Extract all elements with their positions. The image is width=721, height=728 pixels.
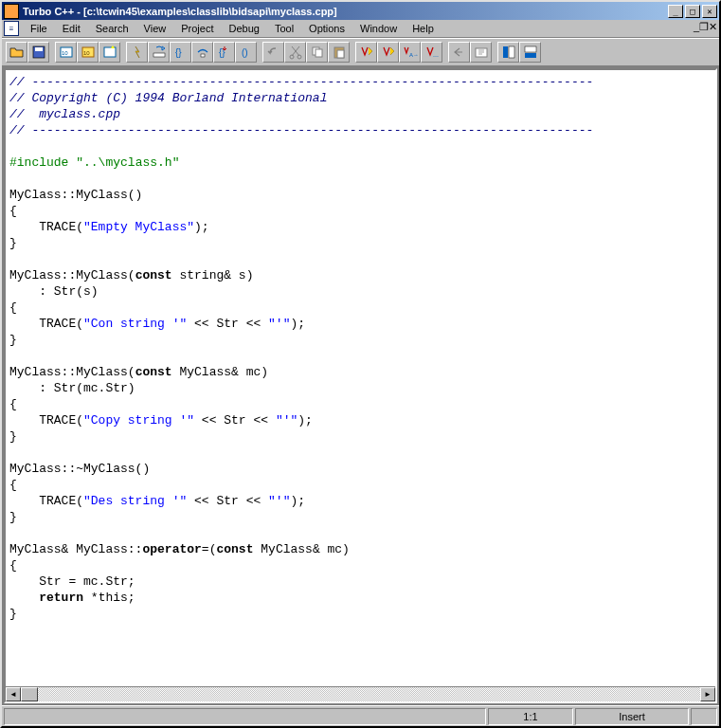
cut-button[interactable] — [284, 42, 306, 63]
menu-window[interactable]: Window — [352, 21, 405, 36]
menu-search[interactable]: Search — [88, 21, 136, 36]
open-button[interactable] — [6, 42, 27, 63]
string-literal: "Des string '" — [83, 494, 187, 508]
menu-debug[interactable]: Debug — [221, 21, 266, 36]
keyword: return — [39, 591, 83, 605]
status-extra — [691, 708, 717, 725]
code-line — [9, 591, 39, 605]
string-literal: "'" — [268, 317, 290, 331]
string-literal: "Copy string '" — [83, 413, 194, 428]
doc-restore-button[interactable]: ❐ — [699, 21, 709, 36]
include-path: "..\myclass.h" — [76, 155, 179, 170]
code-line: ); — [290, 494, 305, 508]
code-line: MyClass::MyClass( — [9, 365, 135, 379]
code-line: : Str(mc.Str) — [9, 381, 135, 395]
brace: { — [9, 558, 17, 573]
message-window-button[interactable] — [519, 42, 541, 63]
find-next-button[interactable] — [377, 42, 399, 63]
run-button[interactable] — [126, 42, 148, 63]
code-text[interactable]: // -------------------------------------… — [6, 70, 715, 686]
brace: { — [9, 478, 17, 492]
minimize-button[interactable]: _ — [668, 5, 683, 18]
find-button[interactable] — [355, 42, 377, 63]
string-literal: "Con string '" — [83, 317, 187, 331]
code-line: MyClass::MyClass() — [9, 188, 142, 202]
trace-into-button[interactable]: {} — [213, 42, 235, 63]
code-line: ); — [297, 413, 313, 428]
close-button[interactable]: ✕ — [702, 5, 717, 18]
brace: } — [9, 607, 17, 621]
brace: } — [9, 429, 17, 444]
menu-tool[interactable]: Tool — [267, 21, 301, 36]
keyword: const — [135, 268, 172, 282]
compile-button[interactable]: 10 — [55, 42, 77, 63]
build-button[interactable] — [99, 42, 120, 63]
prev-msg-button[interactable] — [448, 42, 470, 63]
scroll-thumb[interactable] — [21, 687, 38, 701]
step-out-button[interactable] — [191, 42, 213, 63]
keyword: const — [135, 365, 172, 379]
string-literal: "Empty MyClass" — [83, 220, 194, 234]
editor-area: // -------------------------------------… — [2, 66, 719, 705]
run-to-button[interactable]: () — [235, 42, 257, 63]
code-line: << Str << — [187, 494, 268, 508]
code-editor: // -------------------------------------… — [4, 68, 717, 703]
scroll-track[interactable] — [38, 687, 700, 701]
find-in-files-button[interactable]: ... — [421, 42, 442, 63]
menu-view[interactable]: View — [136, 21, 174, 36]
make-button[interactable]: 10 — [77, 42, 99, 63]
code-line: : Str(s) — [9, 284, 99, 299]
svg-rect-17 — [337, 50, 344, 58]
code-line: MyClass::MyClass( — [9, 268, 135, 282]
keyword: const — [216, 542, 253, 556]
next-msg-button[interactable] — [470, 42, 492, 63]
maximize-button[interactable]: □ — [685, 5, 700, 18]
code-line: TRACE( — [9, 413, 83, 428]
app-icon — [4, 4, 19, 19]
undo-button[interactable] — [262, 42, 284, 63]
svg-text:10: 10 — [83, 50, 90, 56]
code-line: MyClass& mc) — [172, 365, 268, 379]
code-line: MyClass& mc) — [253, 542, 349, 556]
paste-button[interactable] — [328, 42, 350, 63]
menu-project[interactable]: Project — [173, 21, 221, 36]
code-line: *this; — [83, 591, 135, 605]
svg-text:(): () — [242, 47, 248, 58]
status-mode: Insert — [575, 708, 689, 725]
step-into-button[interactable]: {} — [170, 42, 191, 63]
copy-button[interactable] — [306, 42, 328, 63]
code-line: MyClass::~MyClass() — [9, 462, 150, 476]
code-line: << Str << — [187, 317, 268, 331]
project-window-button[interactable] — [497, 42, 519, 63]
string-literal: "'" — [276, 413, 297, 428]
document-icon[interactable]: ≡ — [4, 21, 19, 36]
code-line: string& s) — [172, 268, 254, 282]
svg-rect-20 — [476, 48, 487, 57]
scroll-left-button[interactable]: ◄ — [6, 687, 21, 701]
step-over-button[interactable] — [148, 42, 170, 63]
statusbar: 1:1 Insert — [2, 705, 719, 726]
brace: { — [9, 204, 17, 218]
preprocessor: #include — [9, 155, 76, 170]
horizontal-scrollbar[interactable]: ◄ ► — [6, 686, 715, 701]
doc-close-button[interactable]: ✕ — [709, 21, 717, 36]
svg-text:A→B: A→B — [409, 52, 418, 58]
menu-edit[interactable]: Edit — [55, 21, 88, 36]
brace: } — [9, 236, 17, 250]
svg-rect-21 — [503, 46, 508, 58]
code-line: << Str << — [194, 413, 276, 428]
save-button[interactable] — [27, 42, 49, 63]
svg-rect-1 — [35, 47, 43, 51]
menu-help[interactable]: Help — [405, 21, 442, 36]
svg-rect-6 — [104, 47, 116, 57]
comment-line: // -------------------------------------… — [9, 123, 593, 137]
app-window: Turbo C++ - [c:\tcwin45\examples\classli… — [0, 0, 721, 728]
comment-line: // myclass.cpp — [9, 107, 120, 121]
svg-text:10: 10 — [62, 50, 68, 56]
menu-options[interactable]: Options — [301, 21, 352, 36]
string-literal: "'" — [268, 494, 290, 508]
scroll-right-button[interactable]: ► — [700, 687, 715, 701]
menu-file[interactable]: File — [23, 21, 55, 36]
replace-button[interactable]: A→B — [399, 42, 421, 63]
code-line: TRACE( — [9, 317, 83, 331]
